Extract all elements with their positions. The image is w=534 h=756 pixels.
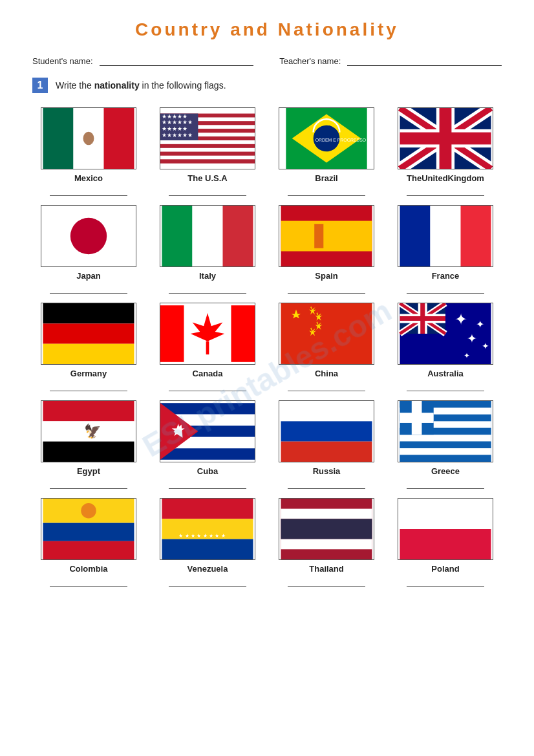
write-line-japan[interactable] bbox=[50, 285, 127, 294]
svg-rect-54 bbox=[281, 303, 372, 364]
svg-text:★★★★★: ★★★★★ bbox=[162, 125, 187, 132]
flag-item-australia: ✦ ✦ ✦ ✦ ✦ Australia bbox=[389, 303, 502, 391]
country-name-poland: Poland bbox=[431, 564, 459, 574]
flag-item-france: France bbox=[389, 205, 502, 294]
country-name-colombia: Colombia bbox=[69, 564, 107, 574]
write-line-mexico[interactable] bbox=[50, 187, 127, 196]
svg-text:ORDEM E PROGRESSO: ORDEM E PROGRESSO bbox=[315, 138, 367, 142]
country-name-italy: Italy bbox=[199, 271, 216, 281]
flag-box-brazil: ORDEM E PROGRESSO bbox=[279, 107, 374, 169]
flag-box-poland bbox=[398, 498, 493, 560]
country-name-canada: Canada bbox=[193, 369, 223, 378]
country-name-france: France bbox=[432, 271, 460, 281]
flag-item-usa: ★★★★★★ ★★★★★ ★★★★★★ ★★★★★ The U.S.A bbox=[151, 107, 264, 196]
flag-box-japan bbox=[41, 205, 136, 267]
svg-rect-34 bbox=[400, 133, 491, 145]
flag-box-uk bbox=[398, 107, 493, 169]
write-line-spain[interactable] bbox=[288, 285, 365, 294]
flag-item-japan: Japan bbox=[32, 205, 145, 294]
flag-box-canada bbox=[160, 303, 255, 365]
flag-box-cuba: ★ bbox=[160, 400, 255, 462]
svg-text:★★★★★★: ★★★★★★ bbox=[162, 119, 193, 125]
write-line-egypt[interactable] bbox=[50, 480, 127, 489]
svg-rect-88 bbox=[281, 401, 372, 421]
country-name-russia: Russia bbox=[313, 466, 341, 476]
write-line-china[interactable] bbox=[288, 382, 365, 391]
write-line-australia[interactable] bbox=[407, 382, 484, 391]
country-name-germany: Germany bbox=[70, 369, 107, 378]
svg-rect-98 bbox=[400, 442, 491, 448]
svg-rect-37 bbox=[162, 206, 193, 266]
svg-text:✦: ✦ bbox=[464, 351, 470, 360]
svg-text:🦅: 🦅 bbox=[84, 423, 101, 440]
country-name-spain: Spain bbox=[315, 271, 337, 281]
write-line-cuba[interactable] bbox=[169, 480, 246, 489]
flag-item-egypt: 🦅 Egypt bbox=[32, 400, 145, 489]
flag-box-germany bbox=[41, 303, 136, 365]
write-line-colombia[interactable] bbox=[50, 578, 127, 587]
svg-rect-43 bbox=[400, 206, 431, 266]
svg-rect-80 bbox=[160, 403, 255, 415]
svg-rect-53 bbox=[206, 341, 209, 354]
svg-text:✦: ✦ bbox=[467, 332, 477, 345]
svg-rect-41 bbox=[281, 221, 372, 252]
header-row: Student's name: Teacher's name: bbox=[32, 56, 502, 66]
flag-box-egypt: 🦅 bbox=[41, 400, 136, 462]
svg-rect-116 bbox=[400, 499, 491, 529]
flag-item-colombia: Colombia bbox=[32, 498, 145, 587]
svg-text:★★★★★★: ★★★★★★ bbox=[162, 132, 193, 138]
flag-box-greece bbox=[398, 400, 493, 462]
svg-rect-90 bbox=[281, 442, 372, 462]
flag-item-china: China bbox=[270, 303, 383, 391]
svg-rect-99 bbox=[400, 448, 491, 455]
svg-rect-84 bbox=[160, 448, 255, 460]
country-name-australia: Australia bbox=[427, 369, 464, 378]
svg-rect-46 bbox=[43, 303, 134, 323]
flag-item-poland: Poland bbox=[389, 498, 502, 587]
svg-rect-38 bbox=[193, 206, 223, 266]
svg-rect-113 bbox=[281, 509, 372, 519]
flag-box-italy bbox=[160, 205, 255, 267]
svg-text:✦: ✦ bbox=[476, 318, 484, 330]
teacher-name-line[interactable] bbox=[347, 56, 502, 66]
flag-item-venezuela: ★ ★ ★ ★ ★ ★ ★ ★ Venezuela bbox=[151, 498, 264, 587]
write-line-venezuela[interactable] bbox=[169, 578, 246, 587]
write-line-russia[interactable] bbox=[288, 480, 365, 489]
flag-item-cuba: ★ Cuba bbox=[151, 400, 264, 489]
write-line-greece[interactable] bbox=[407, 480, 484, 489]
write-line-germany[interactable] bbox=[50, 382, 127, 391]
svg-rect-48 bbox=[43, 344, 134, 364]
svg-rect-0 bbox=[43, 108, 74, 169]
instruction-text: Write the nationality in the following f… bbox=[56, 80, 226, 91]
write-line-canada[interactable] bbox=[169, 382, 246, 391]
country-name-mexico: Mexico bbox=[74, 173, 103, 183]
flag-item-thailand: Thailand bbox=[270, 498, 383, 587]
country-name-venezuela: Venezuela bbox=[187, 564, 228, 574]
svg-rect-106 bbox=[43, 541, 134, 559]
svg-rect-114 bbox=[281, 519, 372, 539]
svg-rect-11 bbox=[160, 140, 255, 144]
svg-rect-89 bbox=[281, 421, 372, 441]
write-line-usa[interactable] bbox=[169, 187, 246, 196]
write-line-brazil[interactable] bbox=[288, 187, 365, 196]
svg-rect-2 bbox=[104, 108, 134, 169]
write-line-france[interactable] bbox=[407, 285, 484, 294]
svg-rect-103 bbox=[400, 413, 434, 423]
instruction-bold: nationality bbox=[94, 80, 140, 91]
country-name-uk: TheUnitedKingdom bbox=[407, 173, 484, 183]
write-line-italy[interactable] bbox=[169, 285, 246, 294]
write-line-uk[interactable] bbox=[407, 187, 484, 196]
student-name-line[interactable] bbox=[100, 56, 254, 66]
svg-rect-14 bbox=[160, 152, 255, 156]
country-name-china: China bbox=[315, 369, 338, 378]
svg-text:★: ★ bbox=[171, 420, 186, 440]
write-line-thailand[interactable] bbox=[288, 578, 365, 587]
flag-item-russia: Russia bbox=[270, 400, 383, 489]
student-label: Student's name: bbox=[32, 56, 93, 66]
svg-text:✦: ✦ bbox=[482, 341, 489, 351]
country-name-egypt: Egypt bbox=[77, 466, 100, 476]
write-line-poland[interactable] bbox=[407, 578, 484, 587]
flag-box-spain bbox=[279, 205, 374, 267]
svg-rect-110 bbox=[162, 539, 253, 559]
flag-box-venezuela: ★ ★ ★ ★ ★ ★ ★ ★ bbox=[160, 498, 255, 560]
